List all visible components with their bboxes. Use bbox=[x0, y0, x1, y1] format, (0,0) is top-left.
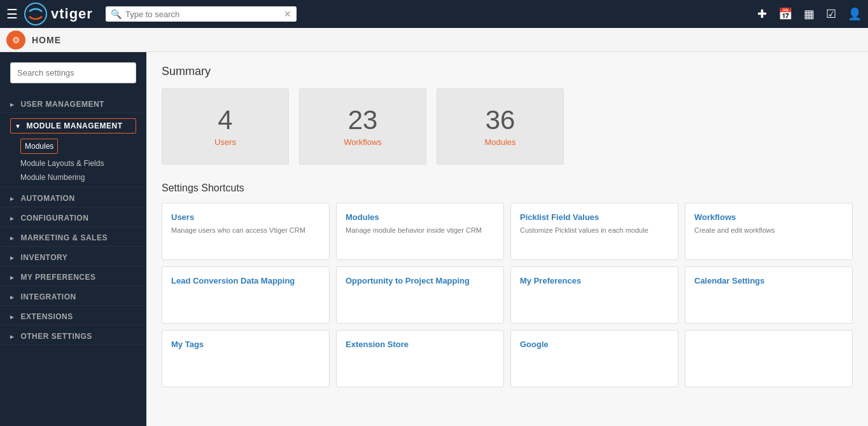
sidebar-section-extensions: ► EXTENSIONS bbox=[0, 306, 146, 326]
other-settings-header: ► OTHER SETTINGS bbox=[9, 332, 137, 341]
page-title: HOME bbox=[32, 35, 61, 45]
users-label: Users bbox=[214, 137, 236, 147]
shortcut-card-extension-store[interactable]: Extension Store bbox=[336, 330, 504, 387]
shortcut-picklist-title: Picklist Field Values bbox=[520, 212, 669, 222]
shortcut-mytags-title: My Tags bbox=[171, 340, 320, 349]
clear-search-icon[interactable]: ✕ bbox=[284, 9, 291, 19]
shortcut-card-google[interactable]: Google bbox=[510, 330, 678, 387]
shortcut-workflows-desc: Create and edit workflows bbox=[694, 226, 843, 235]
modules-label: Modules bbox=[484, 137, 515, 147]
module-management-subitems: Modules Module Layouts & Fields Module N… bbox=[0, 136, 146, 187]
automation-header: ► AUTOMATION bbox=[9, 194, 137, 203]
summary-card-workflows[interactable]: 23 Workflows bbox=[299, 88, 426, 165]
shortcut-google-title: Google bbox=[520, 340, 669, 349]
shortcut-calendar-title: Calendar Settings bbox=[694, 276, 843, 285]
sidebar-item-module-management[interactable]: ▼ MODULE MANAGEMENT bbox=[10, 118, 136, 134]
gear-icon: ⚙ bbox=[6, 31, 25, 50]
main-content: Summary 4 Users 23 Workflows 36 Modules … bbox=[146, 52, 868, 426]
summary-card-modules[interactable]: 36 Modules bbox=[437, 88, 564, 165]
user-management-header: ► USER MANAGEMENT bbox=[9, 100, 137, 109]
homebar: ⚙ HOME bbox=[0, 28, 868, 52]
search-icon: 🔍 bbox=[111, 9, 122, 19]
sidebar-section-configuration: ► CONFIGURATION bbox=[0, 207, 146, 227]
sidebar-item-modules[interactable]: Modules bbox=[20, 139, 58, 154]
chevron-right-icon: ► bbox=[9, 195, 15, 202]
shortcut-grid: Users Manage users who can access Vtiger… bbox=[162, 203, 853, 387]
shortcut-card-workflows[interactable]: Workflows Create and edit workflows bbox=[685, 203, 853, 260]
shortcut-modules-desc: Manage module behavior inside vtiger CRM bbox=[346, 226, 494, 235]
sidebar-section-marketing-sales: ► MARKETING & SALES bbox=[0, 227, 146, 247]
global-search[interactable]: 🔍 ✕ bbox=[106, 6, 297, 22]
my-preferences-header: ► MY PREFERENCES bbox=[9, 273, 137, 282]
chevron-right-icon: ► bbox=[9, 101, 15, 108]
shortcut-card-calendar[interactable]: Calendar Settings bbox=[685, 266, 853, 324]
logo-text: vtiger bbox=[51, 6, 93, 22]
shortcuts-title: Settings Shortcuts bbox=[162, 182, 853, 194]
shortcut-card-my-tags[interactable]: My Tags bbox=[162, 330, 330, 387]
sidebar-section-module-management: ▼ MODULE MANAGEMENT Modules Module Layou… bbox=[0, 113, 146, 188]
user-icon[interactable]: 👤 bbox=[848, 7, 862, 21]
sidebar-section-user-management: ► USER MANAGEMENT bbox=[0, 93, 146, 113]
shortcut-card-users[interactable]: Users Manage users who can access Vtiger… bbox=[162, 203, 330, 260]
hamburger-icon[interactable]: ☰ bbox=[6, 6, 18, 22]
modules-count: 36 bbox=[486, 107, 515, 134]
chevron-right-icon: ► bbox=[9, 215, 15, 222]
check-icon[interactable]: ☑ bbox=[826, 7, 836, 21]
shortcut-users-desc: Manage users who can access Vtiger CRM bbox=[171, 226, 320, 235]
calendar-icon[interactable]: 📅 bbox=[778, 7, 792, 21]
shortcut-card-lead-conversion[interactable]: Lead Conversion Data Mapping bbox=[162, 266, 330, 324]
configuration-header: ► CONFIGURATION bbox=[9, 214, 137, 223]
settings-search-input[interactable] bbox=[17, 68, 129, 78]
logo: vtiger bbox=[24, 3, 93, 25]
sidebar-section-automation: ► AUTOMATION bbox=[0, 188, 146, 207]
chevron-right-icon: ► bbox=[9, 294, 15, 301]
svg-point-0 bbox=[25, 3, 46, 25]
chevron-down-icon: ▼ bbox=[15, 123, 21, 130]
shortcut-card-modules[interactable]: Modules Manage module behavior inside vt… bbox=[336, 203, 504, 260]
shortcut-extstore-title: Extension Store bbox=[346, 340, 494, 349]
sidebar-item-inventory[interactable]: ► INVENTORY bbox=[0, 247, 146, 266]
sidebar-section-inventory: ► INVENTORY bbox=[0, 247, 146, 266]
users-count: 4 bbox=[218, 107, 232, 134]
sidebar-item-user-management[interactable]: ► USER MANAGEMENT bbox=[0, 93, 146, 113]
chart-icon[interactable]: ▦ bbox=[804, 7, 815, 21]
sidebar-section-my-preferences: ► MY PREFERENCES bbox=[0, 266, 146, 286]
integration-header: ► INTEGRATION bbox=[9, 292, 137, 301]
summary-card-users[interactable]: 4 Users bbox=[162, 88, 289, 165]
inventory-header: ► INVENTORY bbox=[9, 253, 137, 262]
chevron-right-icon: ► bbox=[9, 313, 15, 320]
settings-search[interactable] bbox=[10, 62, 136, 83]
sidebar-item-marketing-sales[interactable]: ► MARKETING & SALES bbox=[0, 227, 146, 246]
shortcut-lead-title: Lead Conversion Data Mapping bbox=[171, 276, 320, 285]
shortcut-card-my-preferences[interactable]: My Preferences bbox=[510, 266, 678, 324]
sidebar-section-other-settings: ► OTHER SETTINGS bbox=[0, 326, 146, 345]
search-input[interactable] bbox=[125, 10, 284, 19]
sidebar-section-integration: ► INTEGRATION bbox=[0, 286, 146, 306]
chevron-right-icon: ► bbox=[9, 235, 15, 242]
sidebar-item-configuration[interactable]: ► CONFIGURATION bbox=[0, 207, 146, 226]
add-icon[interactable]: ✚ bbox=[757, 7, 767, 21]
sidebar-item-module-layouts[interactable]: Module Layouts & Fields bbox=[15, 156, 146, 170]
shortcut-card-opportunity[interactable]: Opportunity to Project Mapping bbox=[336, 266, 504, 324]
sidebar-item-module-numbering[interactable]: Module Numbering bbox=[15, 170, 146, 187]
shortcut-myprefs-title: My Preferences bbox=[520, 276, 669, 285]
shortcut-card-empty bbox=[685, 330, 853, 387]
shortcut-card-picklist[interactable]: Picklist Field Values Customize Picklist… bbox=[510, 203, 678, 260]
chevron-right-icon: ► bbox=[9, 254, 15, 261]
main-layout: ► USER MANAGEMENT ▼ MODULE MANAGEMENT Mo… bbox=[0, 52, 868, 426]
shortcut-workflows-title: Workflows bbox=[694, 212, 843, 222]
sidebar-item-my-preferences[interactable]: ► MY PREFERENCES bbox=[0, 266, 146, 285]
sidebar: ► USER MANAGEMENT ▼ MODULE MANAGEMENT Mo… bbox=[0, 52, 146, 426]
sidebar-item-automation[interactable]: ► AUTOMATION bbox=[0, 188, 146, 207]
extensions-header: ► EXTENSIONS bbox=[9, 312, 137, 321]
workflows-label: Workflows bbox=[344, 137, 382, 147]
shortcut-picklist-desc: Customize Picklist values in each module bbox=[520, 226, 669, 235]
summary-cards: 4 Users 23 Workflows 36 Modules bbox=[162, 88, 853, 165]
topbar: ☰ vtiger 🔍 ✕ ✚ 📅 ▦ ☑ 👤 bbox=[0, 0, 868, 28]
sidebar-item-other-settings[interactable]: ► OTHER SETTINGS bbox=[0, 326, 146, 345]
chevron-right-icon: ► bbox=[9, 333, 15, 340]
workflows-count: 23 bbox=[348, 107, 378, 134]
chevron-right-icon: ► bbox=[9, 274, 15, 281]
sidebar-item-integration[interactable]: ► INTEGRATION bbox=[0, 286, 146, 305]
sidebar-item-extensions[interactable]: ► EXTENSIONS bbox=[0, 306, 146, 325]
